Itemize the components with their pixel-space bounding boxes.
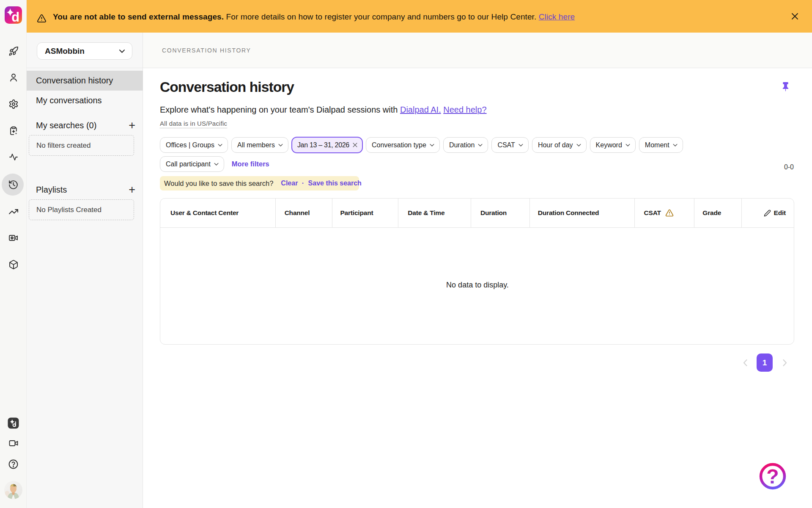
svg-text:?: ? (766, 465, 779, 488)
svg-text:d: d (11, 10, 19, 24)
